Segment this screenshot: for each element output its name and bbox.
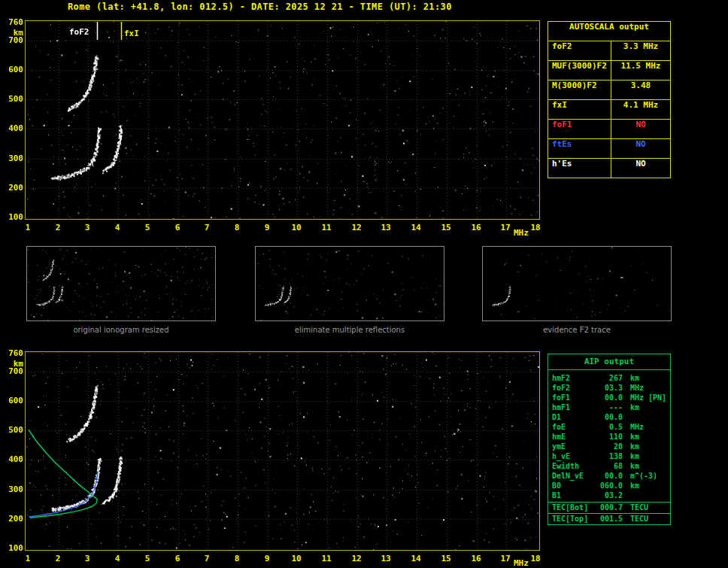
autoscala-row-label: M(3000)F2 bbox=[548, 80, 611, 99]
aip-row-value: 00.0 bbox=[596, 393, 623, 402]
aip-row: Ewidth68km bbox=[548, 461, 670, 471]
aip-row-value: 03.2 bbox=[596, 491, 623, 500]
autoscala-row: MUF(3000)F211.5 MHz bbox=[548, 61, 670, 80]
autoscala-window: Rome (lat: +41.8, lon: 012.5) - DATE: 20… bbox=[0, 0, 728, 568]
x-tick-label: 14 bbox=[407, 554, 425, 563]
x-tick-label: 12 bbox=[347, 223, 366, 232]
autoscala-row-value: NO bbox=[611, 120, 670, 138]
aip-tec-value: 000.7 bbox=[596, 503, 623, 513]
autoscala-row-label: foF2 bbox=[548, 41, 611, 60]
y-tick-label: 400 bbox=[4, 454, 23, 464]
aip-row: h_vE138km bbox=[548, 451, 670, 461]
aip-row: B103.2 bbox=[548, 491, 670, 500]
aip-row-unit: km bbox=[623, 373, 639, 383]
aip-tec-row: TEC[Bot]000.7TECU bbox=[548, 502, 670, 513]
aip-row: foF100.0MHz[PN] bbox=[548, 393, 670, 402]
aip-row-label: ymE bbox=[552, 442, 596, 451]
aip-row-unit: km bbox=[623, 442, 639, 451]
y-tick-label: 200 bbox=[4, 183, 23, 193]
aip-row-label: Ewidth bbox=[552, 461, 596, 471]
aip-row-unit: MHz bbox=[623, 422, 644, 432]
thumbnail-canvas-cleaned bbox=[256, 247, 444, 320]
aip-row-label: hmE bbox=[552, 432, 596, 442]
thumbnail-multiple-reflections-removed bbox=[255, 246, 444, 321]
aip-row-label: foF1 bbox=[552, 393, 596, 402]
aip-row-value: 110 bbox=[596, 432, 623, 442]
x-tick-label: 15 bbox=[437, 223, 455, 232]
autoscala-row-value: 3.3 MHz bbox=[611, 41, 670, 60]
x-tick-label: 1 bbox=[19, 554, 37, 563]
y-tick-label: 500 bbox=[4, 425, 23, 435]
aip-row-value: 060.0 bbox=[596, 481, 623, 491]
x-tick-label: 1 bbox=[19, 223, 37, 232]
autoscala-row-label: fxI bbox=[548, 100, 611, 119]
autoscala-row-value: NO bbox=[611, 139, 670, 158]
aip-row-value: 0.5 bbox=[596, 422, 623, 432]
x-tick-label: 11 bbox=[317, 223, 335, 232]
x-tick-label: 9 bbox=[258, 223, 276, 232]
ionogram-canvas-top bbox=[26, 21, 539, 219]
aip-row-unit: km bbox=[623, 451, 639, 461]
x-tick-label: 17 bbox=[496, 223, 514, 232]
aip-row-label: h_vE bbox=[552, 451, 596, 461]
x-tick-label: 13 bbox=[377, 554, 395, 563]
x-tick-label: 12 bbox=[347, 554, 366, 563]
autoscala-row-value: 3.48 bbox=[611, 80, 670, 99]
x-tick-label: 10 bbox=[287, 554, 305, 563]
y-tick-label: 100 bbox=[4, 212, 23, 222]
aip-row-unit bbox=[623, 491, 630, 500]
x-tick-label: 2 bbox=[49, 223, 67, 232]
aip-row: hmF1---km bbox=[548, 402, 670, 412]
x-tick-label: 18 bbox=[526, 554, 544, 563]
ionogram-canvas-bottom bbox=[26, 352, 539, 550]
autoscala-row-label: foF1 bbox=[548, 120, 611, 138]
ionogram-plot-bottom bbox=[25, 351, 540, 551]
x-tick-label: 6 bbox=[168, 223, 187, 232]
autoscala-row: M(3000)F23.48 bbox=[548, 80, 670, 100]
x-tick-label: 15 bbox=[437, 554, 455, 563]
x-tick-label: 8 bbox=[228, 223, 246, 232]
x-tick-label: 4 bbox=[108, 223, 126, 232]
aip-row-note: [PN] bbox=[648, 393, 666, 402]
autoscala-row-value: 4.1 MHz bbox=[611, 100, 670, 119]
aip-tec-label: TEC[Top] bbox=[552, 514, 596, 524]
thumbnail-f2-trace-evidence bbox=[482, 246, 672, 321]
aip-row-value: 267 bbox=[596, 373, 623, 383]
aip-row-label: hmF1 bbox=[552, 402, 596, 412]
x-tick-label: 5 bbox=[138, 223, 156, 232]
y-tick-label: 700 bbox=[4, 35, 23, 45]
aip-row-label: D1 bbox=[552, 412, 596, 422]
autoscala-row-value: 11.5 MHz bbox=[611, 61, 670, 80]
x-tick-label: 14 bbox=[407, 223, 425, 232]
x-tick-label: 2 bbox=[49, 554, 67, 563]
aip-row: D100.0 bbox=[548, 412, 670, 422]
x-tick-label: 9 bbox=[258, 554, 276, 563]
y-tick-label: 760 bbox=[4, 348, 23, 358]
aip-row: ymE20km bbox=[548, 442, 670, 451]
aip-row: DelN_vE00.0m^(-3) bbox=[548, 471, 670, 481]
x-tick-label: 4 bbox=[108, 554, 126, 563]
aip-row: hmE110km bbox=[548, 432, 670, 442]
autoscala-row-label: MUF(3000)F2 bbox=[548, 61, 611, 80]
thumbnail-caption-cleaned: eliminate multiple reflections bbox=[255, 326, 444, 334]
autoscala-table-title: AUTOSCALA output bbox=[548, 22, 670, 41]
aip-tec-unit: TECU bbox=[623, 503, 648, 513]
aip-row-unit: km bbox=[623, 432, 639, 442]
x-tick-label: 18 bbox=[526, 223, 544, 232]
y-tick-label: 700 bbox=[4, 366, 23, 376]
thumbnail-caption-f2trace: evidence F2 trace bbox=[482, 326, 672, 334]
autoscala-row-value: NO bbox=[611, 159, 670, 178]
fof2-marker-label: foF2 bbox=[69, 27, 89, 37]
x-tick-label: 7 bbox=[198, 554, 216, 563]
x-tick-label: 7 bbox=[198, 223, 216, 232]
aip-row-value: 20 bbox=[596, 442, 623, 451]
x-tick-label: 11 bbox=[317, 554, 335, 563]
aip-row-label: hmF2 bbox=[552, 373, 596, 383]
thumbnail-canvas-original bbox=[27, 247, 215, 320]
autoscala-output-table: AUTOSCALA output foF23.3 MHzMUF(3000)F21… bbox=[548, 21, 671, 178]
x-tick-label: 17 bbox=[496, 554, 514, 563]
aip-table-title: AIP output bbox=[548, 354, 670, 370]
aip-row-unit: MHz bbox=[623, 393, 644, 402]
y-tick-label: 600 bbox=[4, 65, 23, 74]
autoscala-row-label: ftEs bbox=[548, 139, 611, 158]
